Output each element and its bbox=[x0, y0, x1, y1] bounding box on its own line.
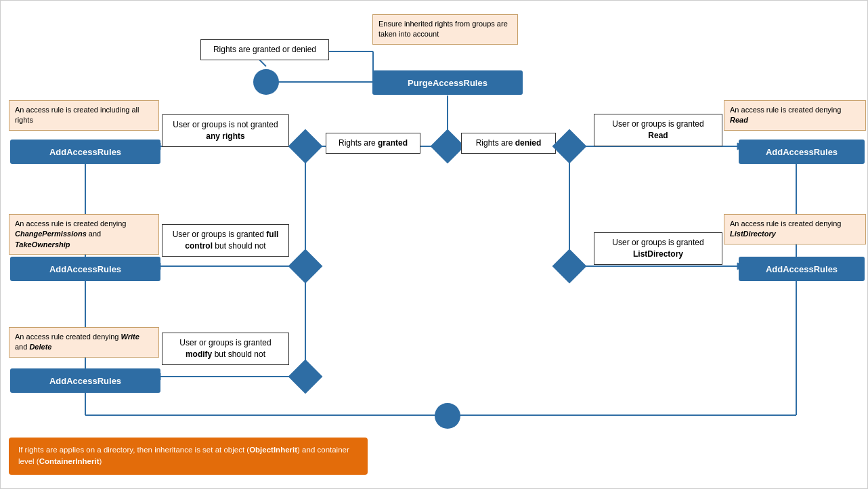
note-top-right: Ensure inherited rights from groups are … bbox=[372, 14, 518, 45]
cond-full-control: User or groups is granted full control b… bbox=[162, 224, 289, 257]
add-access-rules-5[interactable]: AddAccessRules bbox=[10, 368, 160, 393]
start-circle bbox=[253, 69, 279, 95]
cond-granted-read: User or groups is granted Read bbox=[594, 114, 722, 146]
note-deny-cp: An access rule is created denying Change… bbox=[9, 214, 159, 255]
cond-rights-granted-label: Rights are granted bbox=[326, 133, 420, 154]
cond-rights-denied-label: Rights are denied bbox=[461, 133, 556, 154]
diagram: Ensure inherited rights from groups are … bbox=[0, 0, 868, 489]
add-access-rules-4[interactable]: AddAccessRules bbox=[739, 257, 865, 281]
note-deny-wd: An access rule created denying Write and… bbox=[9, 327, 159, 358]
diamond-6 bbox=[288, 360, 323, 394]
end-circle bbox=[435, 403, 460, 429]
add-access-rules-2[interactable]: AddAccessRules bbox=[739, 140, 865, 164]
add-access-rules-1[interactable]: AddAccessRules bbox=[10, 140, 160, 164]
note-deny-list: An access rule is created denying ListDi… bbox=[724, 214, 866, 244]
diamond-4 bbox=[552, 129, 587, 164]
cond-modify: User or groups is granted modify but sho… bbox=[162, 333, 289, 365]
diamond-5 bbox=[288, 249, 323, 284]
purge-access-rules[interactable]: PurgeAccessRules bbox=[372, 70, 523, 95]
diamond-7 bbox=[552, 249, 587, 284]
add-access-rules-3[interactable]: AddAccessRules bbox=[10, 257, 160, 281]
diamond-2 bbox=[288, 129, 323, 164]
note-deny-read: An access rule is created denying Read bbox=[724, 100, 866, 131]
cond-no-rights: User or groups is not granted any rights bbox=[162, 114, 289, 147]
cond-rights-granted-denied: Rights are granted or denied bbox=[200, 39, 329, 60]
diamond-main bbox=[431, 129, 465, 164]
cond-list-dir: User or groups is granted ListDirectory bbox=[594, 232, 722, 265]
note-all-rights: An access rule is created including all … bbox=[9, 100, 159, 131]
footer-note: If rights are applies on a directory, th… bbox=[9, 438, 368, 475]
